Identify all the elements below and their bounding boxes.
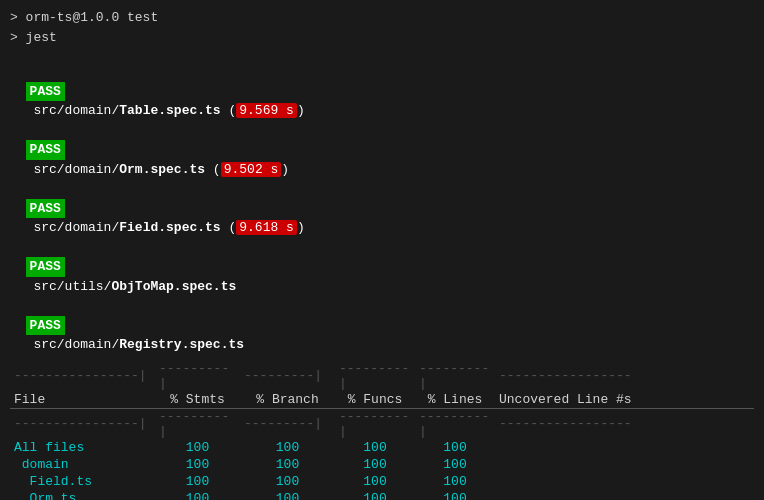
row-branch: 100 [240,456,335,473]
time-badge-2: 9.502 s [221,162,282,177]
pass-line-1: PASS src/domain/Table.spec.ts (9.569 s) [10,62,754,121]
table-row: domain 100 100 100 100 [10,456,754,473]
pass-path-1: src/domain/Table.spec.ts ( [26,103,237,118]
row-uncovered [495,439,754,456]
pass-path-4: src/utils/ObjToMap.spec.ts [26,279,237,294]
terminal-prompt-2: > jest [10,28,754,48]
row-lines: 100 [415,456,495,473]
pass-badge-3: PASS [26,199,65,219]
col-header-uncovered: Uncovered Line #s [495,391,754,409]
coverage-table: ----------------| ---------| ---------| … [10,361,754,501]
pass-badge-5: PASS [26,316,65,336]
row-file: domain [10,456,155,473]
divider-after-header: ----------------| ---------| ---------| … [10,408,754,439]
row-branch: 100 [240,490,335,501]
row-stmts: 100 [155,456,240,473]
time-badge-3: 9.618 s [236,220,297,235]
table-row: Orm.ts 100 100 100 100 [10,490,754,501]
pass-badge-4: PASS [26,257,65,277]
row-branch: 100 [240,473,335,490]
row-funcs: 100 [335,456,415,473]
row-uncovered [495,456,754,473]
pass-badge-1: PASS [26,82,65,102]
row-lines: 100 [415,490,495,501]
pass-line-3: PASS src/domain/Field.spec.ts (9.618 s) [10,179,754,238]
pass-badge-2: PASS [26,140,65,160]
row-funcs: 100 [335,490,415,501]
pass-path-2: src/domain/Orm.spec.ts ( [26,162,221,177]
time-badge-1: 9.569 s [236,103,297,118]
col-header-lines: % Lines [415,391,495,409]
pass-line-5: PASS src/domain/Registry.spec.ts [10,296,754,355]
row-lines: 100 [415,473,495,490]
col-header-stmts: % Stmts [155,391,240,409]
pass-line-4: PASS src/utils/ObjToMap.spec.ts [10,238,754,297]
row-stmts: 100 [155,473,240,490]
row-stmts: 100 [155,439,240,456]
coverage-header: File % Stmts % Branch % Funcs % Lines Un… [10,391,754,409]
row-stmts: 100 [155,490,240,501]
row-lines: 100 [415,439,495,456]
table-row: All files 100 100 100 100 [10,439,754,456]
col-header-branch: % Branch [240,391,335,409]
row-funcs: 100 [335,439,415,456]
divider-top: ----------------| ---------| ---------| … [10,361,754,391]
row-funcs: 100 [335,473,415,490]
col-header-funcs: % Funcs [335,391,415,409]
row-file: Field.ts [10,473,155,490]
terminal-prompt-1: > orm-ts@1.0.0 test [10,8,754,28]
row-uncovered [495,490,754,501]
row-uncovered [495,473,754,490]
row-branch: 100 [240,439,335,456]
col-header-file: File [10,391,155,409]
table-row: Field.ts 100 100 100 100 [10,473,754,490]
row-file: All files [10,439,155,456]
pass-path-5: src/domain/Registry.spec.ts [26,337,244,352]
pass-path-3: src/domain/Field.spec.ts ( [26,220,237,235]
pass-line-2: PASS src/domain/Orm.spec.ts (9.502 s) [10,121,754,180]
row-file: Orm.ts [10,490,155,501]
